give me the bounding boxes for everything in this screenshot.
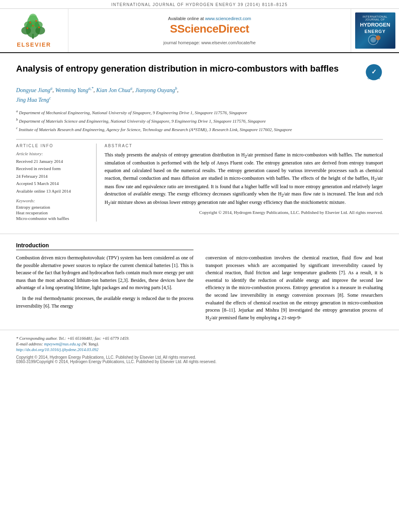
accepted-date: Accepted 5 March 2014 [16,180,90,187]
badge-big-text: HYDROGEN [360,22,390,29]
article-info-abstract-row: ARTICLE INFO Article history: Received 2… [16,139,383,222]
badge-energy-text: ENERGY [364,29,385,34]
history-label: Article history: [16,151,90,156]
keyword-2: Heat recuperation [16,210,90,215]
revised-date: 24 February 2014 [16,173,90,180]
intro-title: Introduction [16,242,193,250]
footer-issn: 0360-3199/Copyright © 2014, Hydrogen Ene… [16,359,383,364]
section-divider [0,234,399,234]
journal-header: ELSEVIER Available online at www.science… [0,9,399,53]
affiliations-block: a Department of Mechanical Engineering, … [16,109,383,133]
intro-para2: In the real thermodynamic processes, the… [16,295,193,310]
hydrogen-energy-badge: INTERNATIONAL JOURNAL OF HYDROGEN ENERGY [355,12,395,49]
keyword-1: Entropy generation [16,205,90,210]
elsevier-name: ELSEVIER [17,41,51,48]
doi-link[interactable]: http://dx.doi.org/10.1016/j.ijhydene.201… [16,347,99,352]
badge-intl-text: INTERNATIONAL JOURNAL OF [357,15,393,21]
journal-header-bar: INTERNATIONAL JOURNAL OF HYDROGEN ENERGY… [0,0,399,9]
article-info-col: ARTICLE INFO Article history: Received 2… [16,144,97,222]
elsevier-tree-svg [16,14,52,40]
journal-name-volume: INTERNATIONAL JOURNAL OF HYDROGEN ENERGY… [111,2,288,7]
affiliation-b: b Department of Materials Science and En… [16,117,383,124]
elsevier-logo-area: ELSEVIER [0,9,68,52]
corresponding-author-note: * Corresponding author. Tel.: +65 651664… [16,336,383,341]
article-info-header: ARTICLE INFO [16,144,90,148]
footer-section: * Corresponding author. Tel.: +65 651664… [0,330,399,368]
available-online-text: Available online at www.sciencedirect.co… [168,16,251,21]
svg-point-5 [24,21,32,29]
svg-point-12 [38,27,40,28]
intro-columns: Introduction Combustion driven micro the… [16,242,383,326]
revised-label: Received in revised form [16,165,90,172]
email-note: E-mail address: mpeywm@nus.edu.sg (W. Ya… [16,342,383,346]
received-date: Received 21 January 2014 [16,158,90,165]
badge-journal-title: HYDROGEN [360,22,390,29]
available-date: Available online 13 April 2014 [16,188,90,195]
sciencedirect-url[interactable]: www.sciencedirect.com [205,16,251,21]
abstract-header: ABSTRACT [105,144,383,148]
intro-body-left: Combustion driven micro thermophotovolta… [16,254,193,310]
abstract-paragraph: This study presents the analysis of entr… [105,151,383,207]
doi-note: http://dx.doi.org/10.1016/j.ijhydene.201… [16,347,383,352]
crossmark-icon[interactable]: ✓ CrossMark [365,63,383,81]
intro-right-col: conversion of micro-combustion involves … [206,242,383,326]
keyword-3: Micro-combustor with baffles [16,216,90,221]
header-center: Available online at www.sciencedirect.co… [68,9,351,52]
intro-right-para1: conversion of micro-combustion involves … [206,254,383,322]
email-link[interactable]: mpeywm@nus.edu.sg [44,342,81,346]
introduction-section: Introduction Combustion driven micro the… [0,242,399,326]
article-title-row: Analysis of entropy generation distribut… [16,63,383,81]
svg-point-8 [29,22,31,23]
intro-left-col: Introduction Combustion driven micro the… [16,242,193,326]
intro-body-right: conversion of micro-combustion involves … [206,254,383,322]
authors-line: Dongyue Jianga, Wenming Yanga,*, Kian Jo… [16,85,383,105]
svg-text:CrossMark: CrossMark [368,77,380,80]
svg-point-9 [35,20,37,22]
article-title-text: Analysis of entropy generation distribut… [16,63,365,75]
sciencedirect-title: SScienceDirect [170,23,249,35]
svg-point-10 [32,25,34,27]
footer-copyright: Copyright © 2014, Hydrogen Energy Public… [16,355,383,359]
abstract-copyright: Copyright © 2014, Hydrogen Energy Public… [105,209,383,216]
abstract-text: This study presents the analysis of entr… [105,151,383,216]
svg-point-15 [376,35,380,40]
affiliation-c: c Institute of Materials Research and En… [16,125,383,133]
elsevier-logo: ELSEVIER [16,14,52,48]
hydrogen-energy-badge-area: INTERNATIONAL JOURNAL OF HYDROGEN ENERGY [351,9,399,52]
badge-decoration [367,34,383,46]
svg-point-11 [27,27,28,29]
main-content: Analysis of entropy generation distribut… [0,53,399,226]
abstract-col: ABSTRACT This study presents the analysi… [105,144,383,222]
intro-para1: Combustion driven micro thermophotovolta… [16,254,193,292]
svg-text:✓: ✓ [371,68,376,75]
keywords-label: Keywords: [16,198,90,203]
svg-point-14 [370,37,376,43]
affiliation-a: a Department of Mechanical Engineering, … [16,109,383,116]
journal-homepage: journal homepage: www.elsevier.com/locat… [163,40,255,45]
